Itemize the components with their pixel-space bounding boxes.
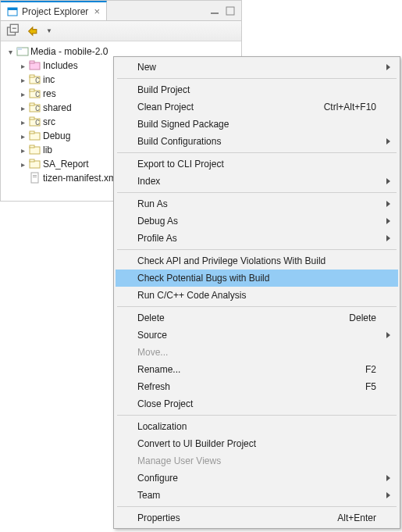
svg-text:c: c <box>35 116 40 127</box>
menu-localization[interactable]: Localization <box>116 418 398 435</box>
menu-team[interactable]: Team <box>116 487 398 504</box>
tree-node-label: SA_Report <box>43 159 89 170</box>
twisty-icon[interactable]: ▸ <box>18 76 27 84</box>
svg-rect-15 <box>30 89 34 91</box>
menu-manage-views: Manage User Views <box>116 452 398 470</box>
menu-properties[interactable]: PropertiesAlt+Enter <box>116 509 398 527</box>
menu-separator <box>117 506 397 507</box>
svg-rect-28 <box>30 159 34 162</box>
menu-build-signed[interactable]: Build Signed Package <box>116 116 398 133</box>
svg-text:c: c <box>35 88 40 99</box>
twisty-icon[interactable]: ▸ <box>18 62 27 70</box>
menu-separator <box>117 306 397 307</box>
svg-rect-26 <box>30 145 34 148</box>
svg-rect-24 <box>30 131 34 134</box>
menu-clean-project[interactable]: Clean ProjectCtrl+Alt+F10 <box>116 98 398 116</box>
twisty-icon[interactable]: ▸ <box>18 118 27 127</box>
context-menu: New Build Project Clean ProjectCtrl+Alt+… <box>113 56 400 529</box>
folder-icon <box>29 144 41 156</box>
tree-node-label: shared <box>43 102 72 113</box>
link-editor-button[interactable] <box>26 23 41 39</box>
svg-rect-12 <box>30 75 34 77</box>
menu-build-project[interactable]: Build Project <box>116 81 398 98</box>
menu-export-cli[interactable]: Export to CLI Project <box>116 155 398 173</box>
file-icon <box>29 172 41 184</box>
view-menu-dropdown[interactable]: ▼ <box>46 27 52 34</box>
menu-configure[interactable]: Configure <box>116 470 398 487</box>
svg-rect-8 <box>17 48 22 50</box>
svg-rect-31 <box>33 177 37 177</box>
menu-rename[interactable]: Rename...F2 <box>116 361 398 378</box>
svg-rect-29 <box>31 173 38 183</box>
folder-icon <box>29 158 41 170</box>
tree-node-label: Debug <box>43 130 70 141</box>
twisty-icon[interactable]: ▸ <box>18 90 27 98</box>
tab-bar: Project Explorer × <box>1 1 241 21</box>
menu-profile-as[interactable]: Profile As <box>116 230 398 247</box>
minimize-icon[interactable] <box>210 6 219 16</box>
menu-close-project[interactable]: Close Project <box>116 395 398 412</box>
tree-node-label: res <box>43 88 56 99</box>
twisty-icon[interactable]: ▸ <box>18 160 27 169</box>
menu-build-configs[interactable]: Build Configurations <box>116 133 398 150</box>
menu-delete[interactable]: DeleteDelete <box>116 309 398 327</box>
close-icon[interactable]: × <box>92 6 101 16</box>
cfolder-icon: c <box>29 102 41 114</box>
menu-debug-as[interactable]: Debug As <box>116 212 398 230</box>
twisty-icon[interactable]: ▸ <box>18 132 27 141</box>
cfolder-icon: c <box>29 87 41 100</box>
tree-node-label: Media - mobile-2.0 <box>30 46 108 57</box>
menu-index[interactable]: Index <box>116 173 398 190</box>
project-icon <box>16 45 29 58</box>
menu-separator <box>117 192 397 193</box>
menu-check-bugs[interactable]: Check Potential Bugs with Build <box>116 270 398 287</box>
svg-rect-18 <box>30 103 34 105</box>
menu-run-analysis[interactable]: Run C/C++ Code Analysis <box>116 287 398 304</box>
svg-rect-3 <box>226 7 234 15</box>
tab-bar-controls <box>210 1 241 20</box>
svg-rect-1 <box>8 8 17 10</box>
tab-project-explorer[interactable]: Project Explorer × <box>1 1 107 20</box>
menu-run-as[interactable]: Run As <box>116 195 398 212</box>
explorer-icon <box>7 6 18 17</box>
menu-separator <box>117 249 397 250</box>
tree-node-label: lib <box>43 145 52 155</box>
twisty-icon[interactable]: ▸ <box>18 146 27 155</box>
tree-node-label: tizen-manifest.xml <box>43 173 119 184</box>
svg-text:c: c <box>35 102 40 113</box>
menu-move: Move... <box>116 344 398 361</box>
menu-separator <box>117 415 397 416</box>
cfolder-icon: c <box>29 116 41 128</box>
menu-convert-ui[interactable]: Convert to UI Builder Project <box>116 435 398 452</box>
toolbar: ▼ <box>1 21 241 41</box>
menu-separator <box>117 78 397 79</box>
svg-text:c: c <box>35 74 40 85</box>
menu-check-api[interactable]: Check API and Privilege Violations With … <box>116 252 398 270</box>
includes-icon <box>29 59 41 72</box>
tree-node-label: inc <box>43 74 55 85</box>
tree-node-label: Includes <box>43 60 78 71</box>
folder-icon <box>29 130 41 142</box>
maximize-icon[interactable] <box>226 6 235 16</box>
collapse-all-button[interactable] <box>5 23 21 39</box>
twisty-icon[interactable]: ▸ <box>18 104 27 112</box>
svg-rect-2 <box>211 12 219 14</box>
menu-source[interactable]: Source <box>116 327 398 344</box>
twisty-icon[interactable]: ▾ <box>5 48 15 56</box>
menu-new[interactable]: New <box>116 59 398 76</box>
svg-rect-10 <box>30 61 34 63</box>
menu-separator <box>117 152 397 153</box>
cfolder-icon: c <box>29 73 41 86</box>
tab-title: Project Explorer <box>22 6 88 17</box>
tree-node-label: src <box>43 116 55 127</box>
svg-rect-30 <box>33 175 37 176</box>
menu-refresh[interactable]: RefreshF5 <box>116 378 398 395</box>
svg-rect-21 <box>30 117 34 120</box>
